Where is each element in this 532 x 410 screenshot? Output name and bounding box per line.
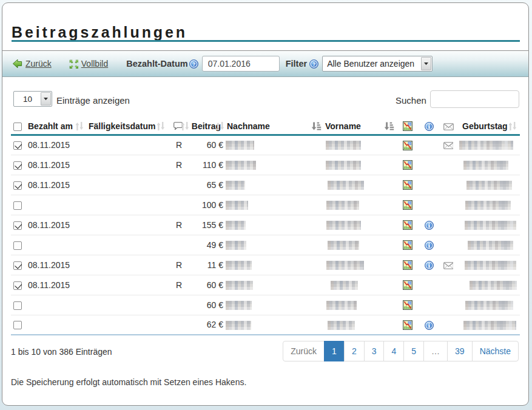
- paid-date-input[interactable]: [202, 56, 280, 72]
- info-icon[interactable]: [425, 241, 434, 250]
- cell-nachname: [226, 315, 322, 335]
- pagination-item[interactable]: 39: [447, 341, 473, 361]
- back-link[interactable]: Zurück: [12, 59, 52, 69]
- cell-note: R: [170, 275, 188, 295]
- header-vorname[interactable]: Vorname: [322, 118, 395, 135]
- cell-note: R: [170, 215, 188, 235]
- cell-info: [420, 195, 437, 215]
- pagination-item[interactable]: …: [423, 341, 448, 361]
- cell-mail: [437, 255, 459, 275]
- page-title: Beitragszahlungen: [12, 23, 187, 41]
- header-beitrag[interactable]: Beitrag: [188, 118, 226, 135]
- cell-geburtstag: [459, 235, 520, 255]
- header-bezahlt-am[interactable]: Bezahlt am: [28, 118, 89, 135]
- cell-geburtstag: [459, 275, 520, 295]
- paid-date-help-icon[interactable]: [189, 59, 198, 69]
- redacted-vorname: [326, 301, 357, 310]
- cell-faelligkeitsdatum: [89, 175, 170, 195]
- pagination-item[interactable]: 1: [324, 341, 345, 361]
- cell-vorname: [322, 275, 395, 295]
- header-nachname[interactable]: Nachname: [226, 118, 322, 135]
- row-checkbox[interactable]: [13, 301, 22, 310]
- chart-icon[interactable]: [403, 280, 412, 290]
- sort-applied-icon: [384, 122, 394, 130]
- cell-vorname: [322, 175, 395, 195]
- cell-select: [11, 175, 28, 195]
- cell-nachname: [226, 235, 322, 255]
- cell-nachname: [226, 255, 322, 275]
- sort-both-icon: [508, 122, 517, 130]
- chart-icon[interactable]: [403, 160, 412, 170]
- cell-chart: [395, 195, 420, 215]
- cell-mail: [437, 135, 459, 155]
- search-input[interactable]: [430, 90, 519, 108]
- fullscreen-link[interactable]: Vollbild: [69, 59, 108, 69]
- page-length-select-arrow: [41, 92, 51, 106]
- header-faelligkeitsdatum[interactable]: Fälligkeitsdatum: [89, 118, 170, 135]
- chart-icon[interactable]: [403, 260, 412, 270]
- cell-bezahlt-am: 08.11.2015: [28, 175, 89, 195]
- table-row: 60 €: [11, 295, 520, 315]
- page-length-select[interactable]: 10: [13, 91, 52, 107]
- pagination-item[interactable]: 3: [364, 341, 385, 361]
- header-geburtstag[interactable]: Geburtstag: [459, 118, 520, 135]
- redacted-geburtstag: [465, 261, 516, 270]
- info-icon[interactable]: [425, 221, 434, 230]
- cell-vorname: [322, 135, 395, 155]
- cell-mail: [437, 315, 459, 335]
- table-row: 08.11.2015 R 110 €: [11, 155, 520, 175]
- row-checkbox[interactable]: [13, 141, 22, 150]
- sort-both-icon: [216, 122, 224, 130]
- pagination-item[interactable]: Zurück: [283, 341, 325, 361]
- header-mail[interactable]: [437, 118, 459, 135]
- pagination-item[interactable]: 5: [403, 341, 424, 361]
- chart-icon[interactable]: [403, 180, 412, 190]
- info-icon[interactable]: [425, 321, 434, 330]
- row-checkbox[interactable]: [13, 201, 22, 210]
- cell-geburtstag: [459, 255, 520, 275]
- filter-help-icon[interactable]: [309, 59, 318, 69]
- entries-label: Einträge anzeigen: [56, 95, 130, 106]
- chart-icon[interactable]: [403, 141, 412, 150]
- cell-info: [420, 175, 437, 195]
- row-checkbox[interactable]: [13, 241, 22, 250]
- pagination-item[interactable]: 2: [344, 341, 365, 361]
- mail-icon[interactable]: [443, 142, 453, 149]
- back-link-label: Zurück: [25, 59, 52, 69]
- cell-chart: [395, 235, 420, 255]
- cell-note: [170, 295, 188, 315]
- pagination-item[interactable]: 4: [383, 341, 404, 361]
- cell-beitrag: 49 €: [188, 235, 226, 255]
- redacted-nachname: [226, 321, 251, 330]
- chart-icon[interactable]: [403, 300, 412, 310]
- row-checkbox[interactable]: [13, 321, 22, 329]
- pagination-item[interactable]: Nächste: [472, 341, 519, 361]
- table-row: 08.11.2015 R 11 €: [11, 255, 520, 275]
- cell-mail: [437, 155, 459, 175]
- row-checkbox[interactable]: [13, 221, 22, 230]
- row-checkbox[interactable]: [13, 281, 22, 290]
- row-checkbox[interactable]: [13, 161, 22, 170]
- cell-beitrag: 110 €: [188, 155, 226, 175]
- header-chart[interactable]: [395, 118, 420, 135]
- select-all-checkbox[interactable]: [13, 123, 22, 131]
- redacted-vorname: [331, 281, 358, 290]
- chart-icon[interactable]: [403, 240, 412, 250]
- chart-icon[interactable]: [403, 220, 412, 230]
- header-note[interactable]: [170, 118, 188, 135]
- autosave-note: Die Speicherung erfolgt automatisch mit …: [11, 377, 246, 387]
- cell-geburtstag: [459, 175, 520, 195]
- info-icon[interactable]: [425, 261, 434, 270]
- row-checkbox[interactable]: [13, 261, 22, 270]
- cell-vorname: [322, 215, 395, 235]
- table-row: 08.11.2015 R 60 €: [11, 275, 520, 295]
- chart-icon[interactable]: [403, 320, 412, 330]
- chart-icon[interactable]: [403, 200, 412, 210]
- row-checkbox[interactable]: [13, 181, 22, 190]
- mail-icon[interactable]: [443, 262, 453, 269]
- header-info[interactable]: [420, 118, 437, 135]
- header-select-all[interactable]: [11, 118, 28, 135]
- cell-mail: [437, 275, 459, 295]
- filter-select[interactable]: Alle Benutzer anzeigen: [322, 56, 433, 72]
- cell-mail: [437, 175, 459, 195]
